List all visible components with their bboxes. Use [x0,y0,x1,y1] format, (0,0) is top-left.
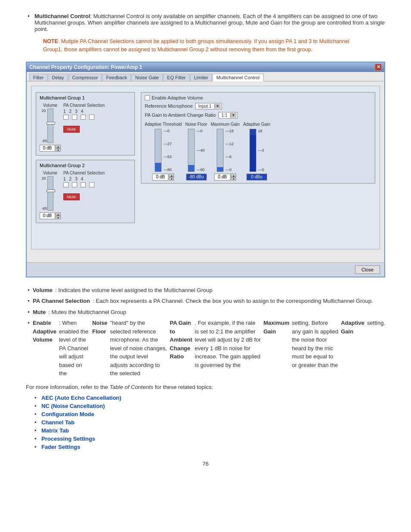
adaptive-gain-track[interactable] [249,129,256,172]
bullet-enable-text4: setting. Before any gain is applied the … [292,319,338,378]
group1-pa-num1: 1 [63,109,66,114]
group1-fader-track[interactable] [47,109,53,143]
group1-pa-cb4[interactable] [89,115,94,120]
tab-compressor[interactable]: Compressor [68,74,102,81]
bullet-enable-text3: . For example, if the rate is set to 2:1… [195,319,261,378]
adaptive-gain-input[interactable] [246,174,267,180]
noise-input[interactable] [186,174,207,180]
max-gain-up[interactable]: ▲ [231,174,236,177]
noise-mark1: —0 [196,129,205,133]
tab-filter[interactable]: Filter [29,74,47,81]
noise-floor-meter: Noise Floor —0 —40 —80 [185,122,207,180]
dialog-tabs: Filter Delay Compressor Feedback Noise G… [27,72,384,81]
related-item-matrix: Matrix Tab [34,427,385,434]
group2-mute-btn[interactable]: Mute [63,193,80,200]
group2-pa-num2: 2 [69,177,72,181]
group1-pa-section: PA Channel Selection 1 2 3 4 [63,103,131,120]
group2-fader-track[interactable] [47,176,53,211]
related-item-aec: AEC (Auto Echo Cancellation) [34,395,385,401]
group1-fader-handle[interactable] [47,122,55,124]
bullet-enable-text1: : When enabled the level of the PA Chann… [59,319,90,378]
group2-fader-handle[interactable] [47,190,55,192]
group2-pa-cb3[interactable] [81,182,86,187]
body-bullet-enable: Enable Adaptive Volume: When enabled the… [26,319,385,378]
group2-pa-num4: 4 [81,177,84,181]
bullet1-bold: Multichannel Control [34,13,90,19]
group1-spinner-up[interactable]: ▲ [56,145,61,148]
tab-multichannel[interactable]: Multichannel Control [212,74,263,81]
group1-pa-cb1[interactable] [63,115,68,120]
noise-mark3: —80 [196,168,205,172]
tab-eq-filter[interactable]: EQ Filter [163,74,190,81]
group1-pa-checkboxes [63,115,131,120]
meters-row: Adaptive Threshold —0 —27 —53 [145,122,371,180]
group2-volume-spinner: ▲ ▼ [40,212,61,219]
group2-spinner-down[interactable]: ▼ [56,216,61,219]
group1-vol-bottom: -65 [42,139,47,143]
tab-limiter[interactable]: Limiter [190,74,212,81]
adaptive-title: Enable Adaptive Volume [145,95,371,100]
bullet-enable-bold5: Adaptive Gain [341,319,364,378]
bullet-pa-bold: PA Channel Selection [33,297,90,305]
related-intro-line: For more information, refer to the Table… [26,384,385,390]
max-gain-marks: —18 —12 —6 —0 [225,129,234,172]
maxgain-mark2: —12 [225,142,234,146]
note-text: : Mutiple PA Channel Selections cannot b… [43,38,349,53]
dialog-close-icon[interactable]: ✕ [375,64,382,71]
note-label: NOTE [43,38,58,44]
group2-spinner-up[interactable]: ▲ [56,212,61,216]
maxgain-mark1: —18 [225,129,234,133]
bullet-enable-bold4: Maximum Gain [263,319,289,378]
max-gain-input[interactable] [214,174,230,180]
enable-adaptive-checkbox[interactable] [145,95,150,100]
adaptive-threshold-track[interactable] [155,129,162,172]
group2-pa-nums: 1 2 3 4 [63,177,131,181]
ref-mic-arrow[interactable]: ▼ [214,104,221,109]
bullet-volume-bold: Volume [33,286,53,295]
group1-volume-input[interactable] [40,145,55,152]
bullet-volume-text: : Indicates the volume level assigned to… [55,286,212,295]
dialog-footer: Close [27,262,384,277]
group1-inner: Volume 20 -65 [40,103,131,152]
ref-mic-dropdown[interactable]: Input 1 ▼ [195,103,222,109]
group2-pa-cb2[interactable] [72,182,77,187]
threshold-mark2: —27 [163,142,171,146]
tab-delay[interactable]: Delay [48,74,68,81]
threshold-up[interactable]: ▲ [169,174,174,177]
threshold-down[interactable]: ▼ [169,177,174,180]
max-gain-down[interactable]: ▼ [231,177,236,180]
dialog-titlebar: Channel Property Configuration: PowerAmp… [27,62,384,72]
adaptive-threshold-track-wrap: —0 —27 —53 —80 [155,129,171,172]
ratio-arrow[interactable]: ▼ [230,113,237,118]
adaptive-threshold-label: Adaptive Threshold [145,122,182,127]
group2-pa-cb4[interactable] [89,182,94,187]
adaptive-gain-label: Adaptive Gain [243,122,270,127]
related-item-channel: Channel Tab [34,419,385,426]
maxgain-mark4: —0 [225,168,234,172]
noise-floor-track-wrap: —0 —40 —80 [188,129,205,172]
adaptgain-mark2: —3 [258,148,264,152]
group2-volume-input[interactable] [40,212,55,219]
adaptive-gain-marks: 18 —3 —0 [258,129,264,172]
group2-pa-num1: 1 [63,177,66,181]
body-bullet-pa: PA Channel Selection: Each box represent… [26,297,385,305]
page-number: 76 [26,460,385,467]
body-bullets: Volume: Indicates the volume level assig… [26,286,385,378]
group1-pa-cb2[interactable] [72,115,77,120]
group2-pa-section: PA Channel Selection 1 2 3 4 [63,171,131,187]
adaptive-gain-spinner [246,174,267,180]
noise-floor-track[interactable] [188,129,195,172]
adaptive-gain-meter: Adaptive Gain 18 —3 —0 [243,122,270,180]
max-gain-track[interactable] [217,129,224,172]
group1-pa-cb3[interactable] [81,115,86,120]
threshold-input[interactable] [152,174,168,180]
tab-feedback[interactable]: Feedback [102,74,131,81]
tab-noise-gate[interactable]: Noise Gate [131,74,163,81]
group1-mute-btn[interactable]: Mute [63,126,80,133]
group1-spinner-down[interactable]: ▼ [56,148,61,152]
group2-volume-label: Volume [43,171,57,175]
ratio-dropdown[interactable]: 1:1 ▼ [218,112,238,118]
col-right: Enable Adaptive Volume Reference Microph… [141,92,375,188]
group2-pa-cb1[interactable] [63,182,68,187]
dialog-close-btn[interactable]: Close [355,265,380,274]
